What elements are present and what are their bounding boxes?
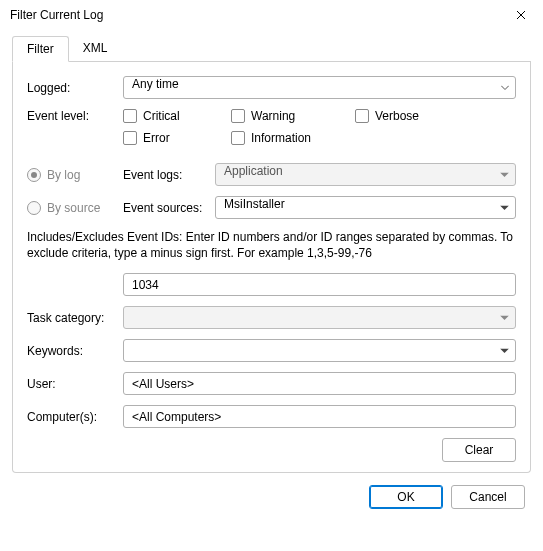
dialog-footer: OK Cancel [0, 473, 543, 509]
event-sources-label: Event sources: [123, 201, 215, 215]
event-sources-select[interactable]: MsiInstaller [215, 196, 516, 219]
ok-button[interactable]: OK [369, 485, 443, 509]
checkbox-icon [123, 109, 137, 123]
cancel-button[interactable]: Cancel [451, 485, 525, 509]
chevron-down-icon [500, 348, 509, 353]
filter-pane: Logged: Any time Event level: Critical W… [12, 62, 531, 473]
keywords-select[interactable] [123, 339, 516, 362]
event-logs-label: Event logs: [123, 168, 215, 182]
checkbox-error[interactable]: Error [123, 131, 207, 145]
radio-by-source: By source [27, 201, 123, 215]
computers-input[interactable] [123, 405, 516, 428]
clear-button[interactable]: Clear [442, 438, 516, 462]
event-logs-value: Application [224, 164, 283, 178]
event-level-label: Event level: [27, 109, 123, 123]
checkbox-icon [231, 131, 245, 145]
event-sources-value: MsiInstaller [224, 197, 285, 211]
checkbox-information[interactable]: Information [231, 131, 311, 145]
checkbox-critical[interactable]: Critical [123, 109, 207, 123]
logged-value: Any time [132, 77, 179, 91]
chevron-down-icon [500, 205, 509, 210]
chevron-down-icon [500, 172, 509, 177]
tab-xml[interactable]: XML [69, 36, 122, 61]
tab-filter[interactable]: Filter [12, 36, 69, 62]
user-label: User: [27, 377, 123, 391]
task-category-select [123, 306, 516, 329]
logged-select[interactable]: Any time [123, 76, 516, 99]
window-title: Filter Current Log [10, 8, 103, 22]
radio-by-log: By log [27, 168, 123, 182]
keywords-label: Keywords: [27, 344, 123, 358]
event-logs-select: Application [215, 163, 516, 186]
checkbox-icon [231, 109, 245, 123]
checkbox-warning[interactable]: Warning [231, 109, 331, 123]
checkbox-icon [123, 131, 137, 145]
close-icon [516, 10, 526, 20]
close-button[interactable] [499, 0, 543, 30]
chevron-down-icon [501, 85, 509, 90]
titlebar: Filter Current Log [0, 0, 543, 30]
radio-icon [27, 201, 41, 215]
event-ids-help-text: Includes/Excludes Event IDs: Enter ID nu… [27, 229, 516, 261]
checkbox-verbose[interactable]: Verbose [355, 109, 419, 123]
tab-strip: Filter XML [12, 36, 531, 62]
logged-label: Logged: [27, 81, 123, 95]
radio-icon [27, 168, 41, 182]
checkbox-icon [355, 109, 369, 123]
chevron-down-icon [500, 315, 509, 320]
computers-label: Computer(s): [27, 410, 123, 424]
event-ids-input[interactable] [123, 273, 516, 296]
user-input[interactable] [123, 372, 516, 395]
task-category-label: Task category: [27, 311, 123, 325]
